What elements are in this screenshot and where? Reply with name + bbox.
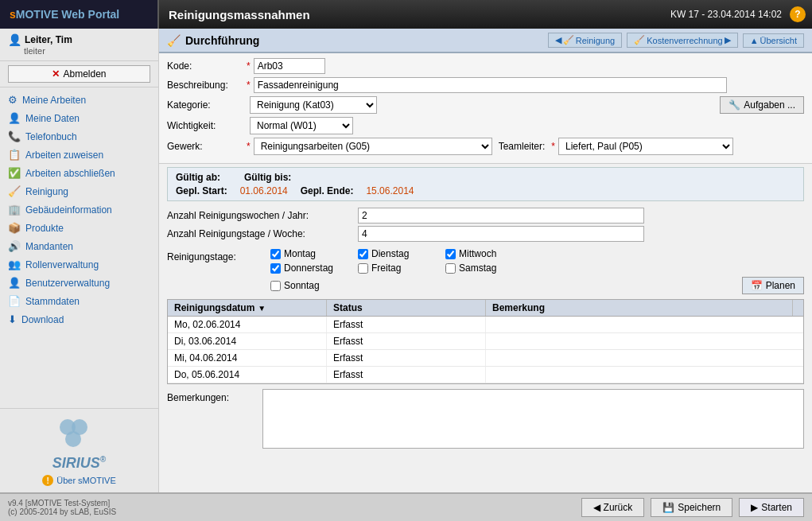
user-icon: 👤 — [8, 33, 21, 46]
reinigungswochen-label: Anzahl Reinigungswochen / Jahr: — [167, 210, 358, 221]
header-logo: sMOTIVE Web Portal — [0, 0, 159, 29]
info-icon: ! — [42, 475, 53, 486]
help-button[interactable]: ? — [790, 6, 806, 22]
required-star2: * — [247, 80, 251, 91]
table-cell-bemerkung — [486, 333, 803, 349]
sidebar-item-reinigung[interactable]: 🧹 Reinigung — [0, 182, 158, 200]
mandanten-icon: 🔊 — [8, 240, 21, 252]
reinigungswochen-input[interactable] — [358, 208, 644, 224]
table-cell-status: Erfasst — [327, 350, 486, 366]
sidebar-item-download[interactable]: ⬇ Download — [0, 310, 158, 329]
content-area: 🧹 Durchführung ◀ 🧹 Reinigung 🧹 Kostenver… — [159, 29, 812, 492]
col-bemerkung-header: Bemerkung — [486, 300, 792, 316]
sidebar-item-arbeiten-zuweisen[interactable]: 📋 Arbeiten zuweisen — [0, 146, 158, 164]
wichtigkeit-select[interactable]: Normal (W01) — [250, 117, 353, 134]
header-title: Reinigungsmassnahmen — [159, 8, 670, 21]
sidebar-item-telefonbuch[interactable]: 📞 Telefonbuch — [0, 127, 158, 146]
done-icon: ✅ — [8, 167, 21, 179]
teamleiter-select[interactable]: Liefert, Paul (P05) — [558, 138, 733, 155]
col-date-header[interactable]: Reinigungsdatum ▼ — [168, 300, 327, 316]
reinigung-nav-button[interactable]: ◀ 🧹 Reinigung — [548, 33, 623, 48]
bemerkungen-label: Bemerkungen: — [167, 389, 262, 403]
building-icon: 🏢 — [8, 204, 21, 216]
sidebar-item-meine-daten[interactable]: 👤 Meine Daten — [0, 109, 158, 127]
table-row: Mi, 04.06.2014 Erfasst — [168, 350, 803, 367]
bemerkungen-textarea[interactable] — [262, 389, 804, 449]
kosten-icon: 🧹 — [634, 35, 645, 45]
abmelden-button[interactable]: ✕ Abmelden — [8, 65, 150, 83]
about-smotive[interactable]: ! Über sMOTIVE — [6, 475, 152, 486]
table-cell-bemerkung — [486, 317, 803, 332]
kostenverrechnung-nav-button[interactable]: 🧹 Kostenverrechnung ▶ — [627, 33, 737, 48]
gepl-ende-label: Gepl. Ende: — [301, 185, 354, 196]
save-icon: 💾 — [662, 502, 674, 513]
sonntag-checkbox[interactable] — [270, 281, 281, 291]
samstag-checkbox[interactable] — [445, 263, 456, 274]
mittwoch-checkbox[interactable] — [445, 249, 456, 259]
reinigungstage-section: Reinigungstage: Montag Dienstag Mittwoch — [159, 245, 812, 297]
donnerstag-day[interactable]: Donnerstag — [270, 262, 342, 274]
table-cell-status: Erfasst — [327, 333, 486, 349]
reinigungstage-woche-input[interactable] — [358, 226, 644, 242]
sidebar-item-meine-arbeiten[interactable]: ⚙ Meine Arbeiten — [0, 91, 158, 109]
main-layout: 👤 Leiter, Tim tleiter ✕ Abmelden ⚙ Meine… — [0, 29, 812, 492]
sidebar-item-produkte[interactable]: 📦 Produkte — [0, 219, 158, 237]
table-cell-date: Mo, 02.06.2014 — [168, 317, 327, 332]
montag-day[interactable]: Montag — [270, 248, 342, 259]
section-nav: ◀ 🧹 Reinigung 🧹 Kostenverrechnung ▶ ▲ Üb… — [548, 33, 804, 48]
planen-button[interactable]: 📅 Planen — [742, 277, 804, 294]
aufgaben-button[interactable]: 🔧 Aufgaben ... — [720, 96, 804, 114]
sidebar-item-mandanten[interactable]: 🔊 Mandanten — [0, 237, 158, 255]
arrow-right-icon: ▶ — [725, 35, 731, 45]
scrollbar-placeholder — [792, 300, 803, 316]
reinigungstage-label: Reinigungstage: — [167, 248, 270, 262]
reinigung-icon: 🧹 — [563, 35, 574, 45]
kategorie-label: Kategorie: — [167, 99, 247, 111]
gewerk-row: Gewerk: * Reinigungsarbeiten (G05) Teaml… — [167, 138, 804, 155]
sidebar-item-stammdaten[interactable]: 📄 Stammdaten — [0, 292, 158, 310]
reinigung-counts: Anzahl Reinigungswochen / Jahr: Anzahl R… — [159, 204, 812, 245]
uebersicht-nav-button[interactable]: ▲ Übersicht — [743, 33, 804, 48]
kode-input[interactable] — [254, 58, 325, 74]
gewerk-select[interactable]: Reinigungsarbeiten (G05) — [254, 138, 492, 155]
calendar-icon: 📅 — [751, 280, 763, 291]
save-button[interactable]: 💾 Speichern — [651, 498, 732, 517]
table-row: Do, 05.06.2014 Erfasst — [168, 367, 803, 383]
dienstag-day[interactable]: Dienstag — [358, 248, 429, 259]
freitag-day[interactable]: Freitag — [358, 262, 429, 274]
table-cell-status: Erfasst — [327, 367, 486, 383]
broom-icon: 🧹 — [8, 185, 21, 197]
gueltig-ab-label: Gültig ab: — [176, 172, 220, 183]
section-icon: 🧹 — [167, 34, 181, 47]
gewerk-label: Gewerk: — [167, 141, 247, 152]
sort-icon: ▼ — [258, 304, 266, 313]
samstag-day[interactable]: Samstag — [445, 262, 517, 274]
montag-checkbox[interactable] — [270, 249, 281, 259]
table-container: Reinigungsdatum ▼ Status Bemerkung Mo, 0… — [167, 299, 804, 384]
kode-label: Kode: — [167, 60, 247, 72]
uebersicht-icon: ▲ — [750, 36, 759, 45]
kategorie-select[interactable]: Reinigung (Kat03) — [250, 96, 377, 114]
wrench-icon: 🔧 — [728, 99, 740, 111]
gepl-start-label: Gepl. Start: — [176, 185, 227, 196]
start-button[interactable]: ▶ Starten — [739, 498, 804, 517]
section-title: 🧹 Durchführung — [167, 34, 259, 47]
dienstag-checkbox[interactable] — [358, 249, 368, 259]
sidebar-item-benutzerverwaltung[interactable]: 👤 Benutzerverwaltung — [0, 274, 158, 292]
sidebar-item-gebaeudeinformation[interactable]: 🏢 Gebäudeinformation — [0, 200, 158, 219]
donnerstag-checkbox[interactable] — [270, 263, 281, 274]
sidebar-bottom: SIRIUS® ! Über sMOTIVE — [0, 408, 158, 492]
mittwoch-day[interactable]: Mittwoch — [445, 248, 517, 259]
wichtigkeit-label: Wichtigkeit: — [167, 120, 247, 131]
back-button[interactable]: ◀ Zurück — [581, 498, 645, 517]
sidebar-item-rollenverwaltung[interactable]: 👥 Rollenverwaltung — [0, 255, 158, 274]
products-icon: 📦 — [8, 222, 21, 234]
beschreibung-label: Beschreibung: — [167, 80, 247, 91]
beschreibung-input[interactable] — [254, 77, 727, 93]
gear-icon: ⚙ — [8, 94, 17, 106]
sonntag-day[interactable]: Sonntag — [270, 280, 320, 291]
download-icon: ⬇ — [8, 313, 17, 325]
freitag-checkbox[interactable] — [358, 263, 368, 274]
sidebar-item-arbeiten-abschliessen[interactable]: ✅ Arbeiten abschließen — [0, 164, 158, 182]
kategorie-row: Kategorie: Reinigung (Kat03) 🔧 Aufgaben … — [167, 96, 804, 114]
